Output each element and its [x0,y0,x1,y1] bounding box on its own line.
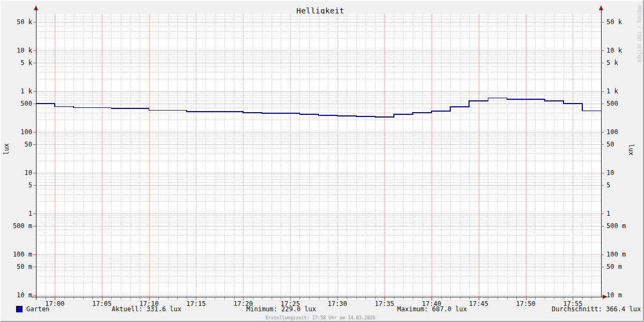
legend-stat: Aktuell: 331.6 lux [112,305,181,313]
y-axis-label: 500 m [606,222,633,230]
x-tick-minor [582,297,583,299]
x-tick-minor [365,297,366,299]
y-axis-label: 50 k [5,18,32,26]
x-tick-minor [403,297,404,299]
y-tick-right [601,144,604,145]
x-tick-minor [450,297,451,299]
y-axis-label: 50 m [606,263,633,270]
y-axis-label: 10 m [606,291,633,299]
y-tick-right [601,91,604,92]
y-tick-left [33,132,36,133]
x-tick-minor [224,297,225,299]
x-tick-minor [591,297,592,299]
y-axis-arrow-right [599,5,603,10]
x-tick-minor [121,297,121,299]
y-tick-right [601,226,604,226]
x-tick-minor [83,297,84,299]
x-tick-minor [309,297,310,299]
y-tick-right [601,50,604,51]
x-tick-minor [375,297,376,299]
y-tick-right [601,104,604,104]
legend-stat: Minimum: 229.0 lux [246,305,316,313]
y-tick-left [33,50,36,51]
x-tick-minor [488,297,488,299]
y-tick-left [33,214,36,214]
x-tick-minor [158,297,159,299]
x-tick-minor [347,297,347,299]
data-series-svg [1,1,644,322]
y-tick-right [601,185,604,186]
x-tick-minor [140,297,140,299]
y-tick-left [33,185,36,186]
y-axis-label: 1 [5,210,32,217]
x-tick-minor [413,297,413,299]
y-tick-left [33,267,36,267]
x-tick-minor [356,297,357,299]
y-axis-label: 1 [606,210,633,217]
x-tick-minor [215,297,215,299]
x-tick-minor [234,297,235,299]
y-axis-label: 1 k [606,87,633,95]
x-tick-minor [535,297,536,299]
y-tick-right [601,173,604,173]
y-axis-line-left [36,9,36,300]
y-axis-label: 100 [5,128,32,136]
legend-color-swatch [16,306,23,312]
y-axis-label: 500 m [5,222,32,230]
x-tick-minor [253,297,253,299]
y-tick-left [33,254,36,255]
y-axis-arrow-left [34,5,38,10]
y-tick-left [33,295,36,296]
x-tick-minor [206,297,206,299]
x-tick-minor [469,297,470,299]
y-axis-label: 100 m [606,251,633,258]
x-tick-minor [319,297,319,299]
y-tick-right [601,63,604,63]
x-tick-minor [328,297,328,299]
garten-series-line [36,98,601,117]
y-tick-left [33,63,36,63]
y-tick-left [33,91,36,92]
y-axis-label: 5 [606,181,633,189]
x-tick-minor [46,297,46,299]
x-tick-minor [262,297,262,299]
x-tick-minor [516,297,517,299]
x-tick-minor [554,297,554,299]
y-tick-left [33,22,36,23]
x-tick-minor [394,297,394,299]
y-tick-left [33,144,36,145]
y-axis-label: 100 m [5,251,32,258]
x-tick-minor [281,297,281,299]
y-axis-label: 10 [5,169,32,177]
x-tick-minor [111,297,112,299]
legend-row: Garten Aktuell: 331.6 luxMinimum: 229.0 … [1,305,644,314]
x-tick-minor [74,297,74,299]
rrdtool-graph: Helligkeit RRDTOOL / TOBI OETIKER 50 k10… [0,0,644,322]
x-tick-minor [272,297,272,299]
legend-stat: Durchschnitt: 366.4 lux [552,305,641,313]
legend-series-label: Garten [26,305,49,313]
y-tick-right [601,214,604,214]
y-tick-right [601,267,604,267]
y-tick-left [33,173,36,173]
y-axis-line-right [601,9,602,297]
legend-stat: Maximum: 687.0 lux [397,305,467,313]
y-axis-unit-left: lux [3,143,10,155]
y-axis-label: 1 k [5,87,32,95]
y-axis-label: 5 k [606,59,633,67]
x-axis-line [32,297,603,297]
x-tick-minor [64,297,65,299]
y-tick-right [601,22,604,23]
x-tick-minor [177,297,178,299]
y-axis-label: 10 m [5,291,32,299]
y-tick-right [601,132,604,133]
y-axis-label: 10 k [606,47,633,54]
y-tick-right [601,295,604,296]
x-tick-minor [168,297,169,299]
x-tick-minor [507,297,508,299]
y-tick-left [33,226,36,226]
x-tick-minor [441,297,442,299]
y-axis-label: 50 k [606,18,633,26]
y-axis-label: 10 [606,169,633,177]
y-axis-label: 500 [606,100,633,107]
